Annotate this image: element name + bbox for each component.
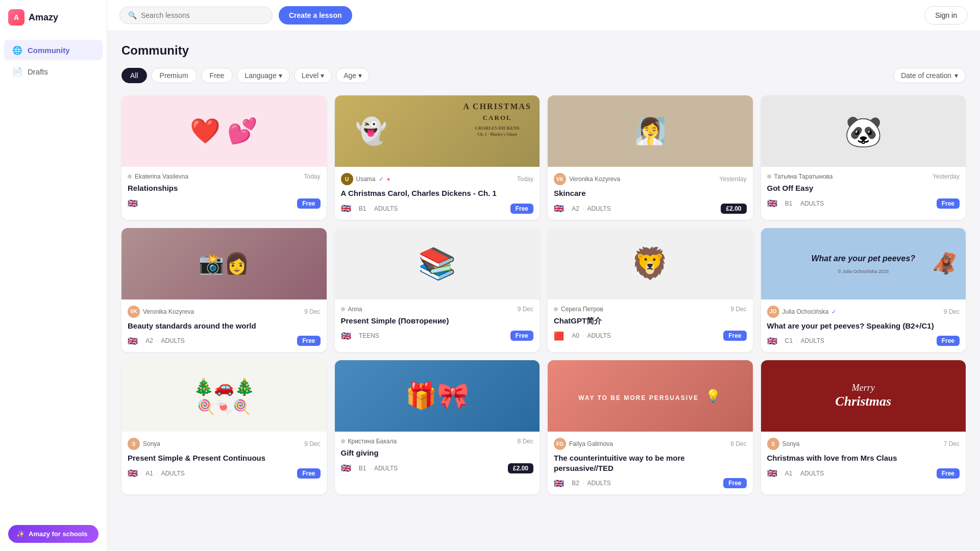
price-badge[interactable]: Free bbox=[723, 478, 746, 488]
card-title: Relationships bbox=[128, 183, 321, 193]
card-beauty-standards[interactable]: 📸👩VKVeronika Kozyreva9 DecBeauty standar… bbox=[121, 228, 327, 353]
date-sort-dropdown[interactable]: Date of creation ▾ bbox=[893, 68, 966, 83]
card-christmas-carol[interactable]: 👻 A CHRISTMAS CAROL CHARLES DICKENS Ch. … bbox=[335, 95, 540, 220]
card-title: Christmas with love from Mrs Claus bbox=[767, 453, 960, 463]
card-title: Skincare bbox=[554, 188, 747, 198]
verified-pink-icon: ● bbox=[387, 176, 390, 183]
price-badge[interactable]: Free bbox=[297, 198, 320, 209]
audience-label: ADULTS bbox=[587, 332, 610, 339]
sidebar-item-community[interactable]: 🌐 Community bbox=[4, 40, 103, 60]
date-label: 7 Dec bbox=[944, 440, 960, 447]
price-badge[interactable]: Free bbox=[297, 468, 320, 479]
page-title: Community bbox=[121, 43, 966, 58]
filter-row: All Premium Free Language ▾ Level ▾ Age … bbox=[121, 68, 966, 83]
card-gift-giving[interactable]: 🎁🎀Кристина Бакала8 DecGift giving🇬🇧·B1·A… bbox=[335, 360, 540, 494]
cards-grid: ❤️ 💕Ekaterina VasilevnaTodayRelationship… bbox=[121, 95, 966, 494]
card-skincare[interactable]: 🧖‍♀️VKVeronika KozyrevaYesterdaySkincare… bbox=[548, 95, 753, 220]
lang-level: 🇬🇧·B1·ADULTS bbox=[767, 198, 824, 208]
author-name: Veronika Kozyreva bbox=[143, 308, 194, 315]
lang-level: 🟥·A0·ADULTS bbox=[554, 331, 611, 341]
author-name: Veronika Kozyreva bbox=[569, 176, 620, 183]
level-label: A1 bbox=[145, 470, 153, 477]
level-label: B2 bbox=[572, 480, 579, 487]
card-got-off-easy[interactable]: 🐼Татьяна ТаратыноваYesterdayGot Off Easy… bbox=[761, 95, 966, 220]
sidebar-item-drafts[interactable]: 📄 Drafts bbox=[4, 61, 103, 82]
search-input[interactable] bbox=[141, 11, 264, 19]
card-pet-peeves[interactable]: What are your pet peeves? © Julia Ochoci… bbox=[761, 228, 966, 353]
status-dot bbox=[554, 307, 558, 311]
lang-level: 🇬🇧·A1·ADULTS bbox=[128, 468, 185, 478]
audience-label: ADULTS bbox=[374, 205, 398, 212]
search-box[interactable]: 🔍 bbox=[119, 7, 273, 24]
status-dot bbox=[128, 174, 132, 179]
sign-in-button[interactable]: Sign in bbox=[924, 6, 968, 24]
card-body-gift-giving: Кристина Бакала8 DecGift giving🇬🇧·B1·ADU… bbox=[335, 432, 540, 480]
chevron-down-icon: ▾ bbox=[358, 71, 362, 80]
card-body-mrs-claus: SSonya7 DecChristmas with love from Mrs … bbox=[761, 432, 966, 485]
price-badge[interactable]: Free bbox=[297, 336, 320, 346]
filter-premium[interactable]: Premium bbox=[151, 68, 197, 83]
price-badge[interactable]: Free bbox=[937, 336, 960, 346]
amazy-schools-button[interactable]: ✨ Amazy for schools bbox=[8, 525, 99, 543]
avatar: JO bbox=[767, 306, 779, 318]
level-dropdown[interactable]: Level ▾ bbox=[294, 68, 332, 83]
card-relationships[interactable]: ❤️ 💕Ekaterina VasilevnaTodayRelationship… bbox=[121, 95, 327, 220]
filter-all[interactable]: All bbox=[121, 68, 147, 83]
date-label: 9 Dec bbox=[304, 308, 320, 315]
card-title: Gift giving bbox=[341, 448, 534, 458]
price-badge[interactable]: Free bbox=[510, 331, 533, 341]
card-title: A Christmas Carol, Charles Dickens - Ch.… bbox=[341, 188, 534, 198]
verified-icon: ✓ bbox=[831, 308, 837, 315]
lang-level: 🇬🇧·A2·ADULTS bbox=[554, 204, 611, 213]
card-present-continuous[interactable]: 🎄🚗🎄 🍭🍬🍭 SSonya9 DecPresent Simple & Pres… bbox=[121, 360, 327, 494]
card-title: ChatGPT简介 bbox=[554, 316, 747, 326]
author-name: Julia Ochocińska bbox=[782, 308, 829, 315]
flag-icon: 🇬🇧 bbox=[341, 463, 351, 473]
lang-level: 🇬🇧·A2·ADULTS bbox=[128, 336, 185, 346]
avatar: VK bbox=[554, 173, 566, 185]
level-label: B1 bbox=[359, 465, 366, 472]
price-badge[interactable]: Free bbox=[510, 204, 533, 214]
flag-icon: 🇬🇧 bbox=[128, 468, 138, 478]
audience-label: ADULTS bbox=[801, 337, 824, 344]
card-body-beauty-standards: VKVeronika Kozyreva9 DecBeauty standards… bbox=[121, 299, 327, 353]
avatar: VK bbox=[128, 306, 140, 318]
age-dropdown[interactable]: Age ▾ bbox=[336, 68, 370, 83]
date-label: 8 Dec bbox=[518, 438, 533, 445]
card-chatgpt[interactable]: 🦁Серега Петров9 DecChatGPT简介🟥·A0·ADULTSF… bbox=[548, 228, 753, 353]
author-name: Failya Galimova bbox=[569, 440, 613, 447]
language-dropdown[interactable]: Language ▾ bbox=[237, 68, 289, 83]
lang-level: 🇬🇧·TEENS bbox=[341, 331, 379, 341]
filter-free[interactable]: Free bbox=[201, 68, 233, 83]
card-title: What are your pet peeves? Speaking (B2+/… bbox=[767, 321, 960, 331]
level-label: A2 bbox=[145, 337, 153, 344]
price-badge[interactable]: £2.00 bbox=[508, 463, 533, 473]
author-name: Серега Петров bbox=[561, 306, 603, 313]
lang-level: 🇬🇧·B1·ADULTS bbox=[341, 204, 398, 213]
price-badge[interactable]: Free bbox=[723, 331, 746, 341]
price-badge[interactable]: £2.00 bbox=[721, 204, 746, 214]
card-present-simple[interactable]: 📚Anna9 DecPresent Simple (Повторение)🇬🇧·… bbox=[335, 228, 540, 353]
price-badge[interactable]: Free bbox=[937, 468, 960, 479]
date-label: 8 Dec bbox=[730, 440, 746, 447]
card-persuasive[interactable]: WAY TO BE MORE PERSUASIVE 💡 FGFailya Gal… bbox=[548, 360, 753, 494]
flag-icon: 🇬🇧 bbox=[554, 479, 564, 488]
flag-icon: 🇬🇧 bbox=[341, 204, 351, 213]
topbar: 🔍 Create a lesson Sign in bbox=[107, 0, 980, 31]
avatar: S bbox=[767, 438, 779, 450]
lang-level: 🇬🇧·A1·ADULTS bbox=[767, 468, 824, 478]
card-title: Present Simple (Повторение) bbox=[341, 316, 534, 326]
price-badge[interactable]: Free bbox=[937, 198, 960, 209]
avatar: S bbox=[128, 438, 140, 450]
create-lesson-button[interactable]: Create a lesson bbox=[279, 6, 352, 24]
sidebar-bottom: ✨ Amazy for schools bbox=[0, 517, 107, 551]
lang-level: 🇬🇧·B2·ADULTS bbox=[554, 479, 611, 488]
card-mrs-claus[interactable]: Merry Christmas SSonya7 DecChristmas wit… bbox=[761, 360, 966, 494]
card-body-christmas-carol: UUsama✓●TodayA Christmas Carol, Charles … bbox=[335, 167, 540, 220]
status-dot bbox=[341, 439, 345, 443]
globe-icon: 🌐 bbox=[12, 45, 22, 55]
lang-level: 🇬🇧·B1·ADULTS bbox=[341, 463, 398, 473]
logo-area: A Amazy bbox=[0, 0, 107, 35]
date-label: Yesterday bbox=[933, 173, 960, 180]
card-body-got-off-easy: Татьяна ТаратыноваYesterdayGot Off Easy🇬… bbox=[761, 167, 966, 215]
